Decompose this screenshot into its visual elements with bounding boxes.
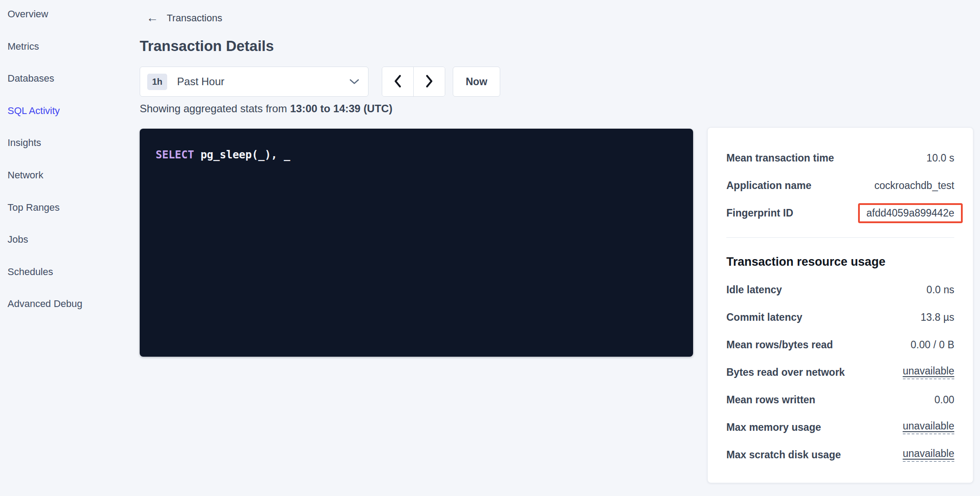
resource-row-mean-rows-written: Mean rows written 0.00 (726, 386, 954, 413)
row-label: Fingerprint ID (726, 207, 793, 219)
main-content: ← Transactions Transaction Details 1h Pa… (140, 0, 973, 483)
sidebar-item-schedules[interactable]: Schedules (8, 262, 133, 294)
sql-keyword: SELECT (156, 149, 194, 161)
sidebar-item-sql-activity[interactable]: SQL Activity (8, 101, 133, 133)
app-root: Overview Metrics Databases SQL Activity … (0, 0, 980, 496)
details-content-row: SELECT pg_sleep(_), _ Mean transaction t… (140, 129, 973, 483)
time-picker-controls: 1h Past Hour Now (140, 67, 973, 97)
row-label: Max memory usage (726, 421, 821, 433)
row-label: Mean rows/bytes read (726, 339, 833, 351)
fingerprint-highlight-annotation: afdd4059a899442e (858, 203, 963, 223)
sidebar-item-top-ranges[interactable]: Top Ranges (8, 197, 133, 230)
resource-row-max-scratch-disk-usage: Max scratch disk usage unavailable (726, 441, 954, 468)
row-label: Mean transaction time (726, 152, 834, 164)
breadcrumb-back-transactions[interactable]: ← Transactions (146, 12, 973, 24)
resource-row-mean-rows-bytes-read: Mean rows/bytes read 0.00 / 0 B (726, 331, 954, 358)
card-divider (726, 237, 954, 238)
time-range-selected-label: Past Hour (177, 75, 224, 88)
row-value: 0.0 ns (926, 284, 954, 296)
resource-row-max-memory-usage: Max memory usage unavailable (726, 413, 954, 441)
sidebar-item-metrics[interactable]: Metrics (8, 36, 133, 69)
chevron-right-icon (425, 75, 434, 89)
sidebar-item-databases[interactable]: Databases (8, 68, 133, 101)
sidebar-nav-list: Overview Metrics Databases SQL Activity … (8, 4, 133, 326)
sidebar-item-overview[interactable]: Overview (8, 4, 133, 36)
back-arrow-icon: ← (146, 12, 158, 24)
row-label: Commit latency (726, 311, 802, 323)
row-value: 13.8 µs (921, 311, 954, 323)
next-time-button[interactable] (414, 67, 445, 96)
row-value: 0.00 / 0 B (911, 339, 954, 351)
resource-row-idle-latency: Idle latency 0.0 ns (726, 276, 954, 303)
sidebar-item-advanced-debug[interactable]: Advanced Debug (8, 294, 133, 326)
prev-time-button[interactable] (382, 67, 414, 96)
chevron-down-icon (349, 79, 359, 85)
chevron-left-icon (393, 75, 402, 89)
now-button[interactable]: Now (453, 67, 500, 97)
summary-row-fingerprint-id: Fingerprint ID afdd4059a899442e (726, 199, 954, 227)
stats-time-range: 13:00 to 14:39 (UTC) (290, 102, 392, 114)
unavailable-tooltip-trigger[interactable]: unavailable (903, 365, 954, 379)
row-label: Max scratch disk usage (726, 449, 841, 461)
sidebar-item-insights[interactable]: Insights (8, 133, 133, 165)
summary-row-mean-transaction-time: Mean transaction time 10.0 s (726, 144, 954, 172)
sql-body: pg_sleep(_), _ (194, 149, 290, 161)
row-value: cockroachdb_test (874, 180, 954, 192)
summary-row-application-name: Application name cockroachdb_test (726, 172, 954, 199)
resource-row-bytes-read-over-network: Bytes read over network unavailable (726, 358, 954, 386)
sidebar: Overview Metrics Databases SQL Activity … (0, 0, 133, 326)
time-range-badge: 1h (147, 74, 167, 90)
sql-statement-text: SELECT pg_sleep(_), _ (156, 149, 290, 161)
unavailable-tooltip-trigger[interactable]: unavailable (903, 448, 954, 462)
resource-usage-heading: Transaction resource usage (726, 254, 954, 270)
row-label: Idle latency (726, 284, 782, 296)
resource-row-commit-latency: Commit latency 13.8 µs (726, 303, 954, 331)
time-pager (382, 67, 445, 97)
summary-card: Mean transaction time 10.0 s Application… (707, 127, 973, 483)
unavailable-tooltip-trigger[interactable]: unavailable (903, 420, 954, 434)
stats-prefix: Showing aggregated stats from (140, 102, 287, 114)
row-value: 0.00 (934, 394, 954, 406)
row-label: Mean rows written (726, 394, 815, 406)
time-range-dropdown[interactable]: 1h Past Hour (140, 67, 368, 97)
sidebar-item-network[interactable]: Network (8, 165, 133, 197)
row-label: Application name (726, 180, 811, 192)
row-value: 10.0 s (926, 152, 954, 164)
breadcrumb-label: Transactions (167, 12, 222, 24)
sidebar-item-jobs[interactable]: Jobs (8, 229, 133, 262)
page-title: Transaction Details (140, 37, 973, 55)
row-label: Bytes read over network (726, 366, 845, 378)
sql-statement-box: SELECT pg_sleep(_), _ (140, 129, 693, 357)
aggregated-stats-line: Showing aggregated stats from13:00 to 14… (140, 102, 973, 115)
